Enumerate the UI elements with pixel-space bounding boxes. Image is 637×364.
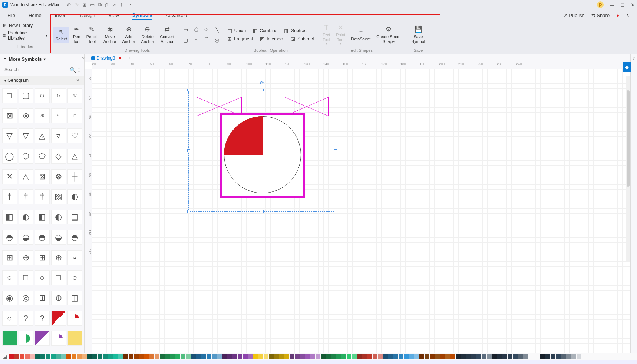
symbol-item[interactable]: ▽ — [2, 128, 17, 143]
color-swatch[interactable] — [336, 354, 341, 359]
color-swatch[interactable] — [77, 354, 82, 359]
symbols-tab[interactable]: Symbols — [132, 11, 152, 20]
color-swatch[interactable] — [9, 354, 14, 359]
symbol-item[interactable] — [2, 331, 17, 346]
resize-handle[interactable] — [334, 89, 337, 91]
color-swatch[interactable] — [20, 354, 24, 359]
symbol-item[interactable]: ♡ — [67, 128, 82, 143]
select-tool[interactable]: ↖Select — [53, 27, 69, 43]
symbol-item[interactable]: ◫ — [67, 291, 82, 305]
symbol-item[interactable]: ⊞ — [35, 250, 50, 265]
color-swatch[interactable] — [155, 354, 159, 359]
color-swatch[interactable] — [347, 354, 351, 359]
symbol-item[interactable]: ◒ — [51, 230, 66, 245]
color-swatch[interactable] — [571, 354, 576, 359]
symbol-item[interactable]: ┼ — [67, 169, 82, 184]
color-swatch[interactable] — [295, 354, 300, 359]
intersect-button[interactable]: ◩Intersect — [260, 36, 284, 42]
color-swatch[interactable] — [284, 354, 289, 359]
color-swatch[interactable] — [238, 354, 242, 359]
symbol-item[interactable]: ▢ — [19, 88, 33, 103]
color-swatch[interactable] — [316, 354, 320, 359]
symbol-item[interactable]: ◐ — [51, 210, 66, 224]
resize-handle[interactable] — [187, 149, 190, 152]
color-swatch[interactable] — [258, 354, 263, 359]
color-swatch[interactable] — [207, 354, 211, 359]
collapse-panel-icon[interactable]: ‹‹ — [82, 56, 85, 61]
maximize-button[interactable]: ☐ — [620, 2, 625, 8]
color-swatch[interactable] — [92, 354, 97, 359]
search-icon[interactable]: 🔍 — [70, 67, 76, 73]
color-swatch[interactable] — [326, 354, 331, 359]
symbol-item[interactable]: ○ — [67, 270, 82, 285]
symbol-item[interactable]: ⊕ — [51, 291, 66, 305]
symbol-item[interactable]: △ — [19, 169, 33, 184]
color-swatch[interactable] — [196, 354, 201, 359]
add-tab-button[interactable]: + — [129, 56, 131, 61]
color-swatch[interactable] — [502, 354, 507, 359]
color-swatch[interactable] — [383, 354, 388, 359]
color-swatch[interactable] — [331, 354, 336, 359]
symbol-item[interactable] — [67, 311, 82, 326]
color-swatch[interactable] — [87, 354, 92, 359]
side-panel-toggle[interactable]: ◆ — [623, 62, 631, 72]
collapse-ribbon-button[interactable]: ∧ — [626, 13, 630, 18]
move-anchor-tool[interactable]: ↹Move Anchor — [101, 24, 119, 46]
symbol-item[interactable]: ▤ — [67, 210, 82, 224]
color-swatch[interactable] — [103, 354, 108, 359]
color-swatch[interactable] — [300, 354, 305, 359]
color-swatch[interactable] — [160, 354, 165, 359]
symbol-item[interactable]: † — [19, 189, 33, 204]
color-swatch[interactable] — [134, 354, 139, 359]
color-swatch[interactable] — [175, 354, 180, 359]
symbol-item[interactable]: 70 — [51, 108, 66, 123]
color-swatch[interactable] — [108, 354, 113, 359]
insert-tab[interactable]: Insert — [55, 11, 67, 20]
symbol-item[interactable]: ▫ — [67, 250, 82, 265]
symbol-item[interactable]: △ — [67, 149, 82, 164]
color-swatch[interactable] — [388, 354, 393, 359]
symbol-item[interactable]: ⊞ — [35, 291, 50, 305]
search-down[interactable]: ▼ — [77, 70, 80, 73]
symbol-item[interactable]: ⊠ — [35, 169, 50, 184]
color-swatch[interactable] — [82, 354, 87, 359]
color-swatch[interactable] — [378, 354, 383, 359]
minimize-button[interactable]: — — [610, 2, 614, 8]
symbol-item[interactable]: ◐ — [19, 210, 33, 224]
share-button[interactable]: ⇆ Share — [591, 13, 610, 18]
color-swatch[interactable] — [471, 354, 476, 359]
symbol-item[interactable]: ◬ — [35, 128, 50, 143]
symbol-item[interactable]: ○ — [2, 270, 17, 285]
color-swatch[interactable] — [149, 354, 154, 359]
symbol-item[interactable]: ○ — [35, 88, 50, 103]
symbol-item[interactable]: ◐ — [67, 189, 82, 204]
symbol-item[interactable]: † — [35, 189, 50, 204]
line-shape[interactable]: ╲ — [213, 26, 221, 34]
add-anchor-tool[interactable]: ⊕Add Anchor — [120, 24, 138, 46]
resize-handle[interactable] — [334, 210, 337, 213]
symbol-item[interactable]: ◧ — [2, 210, 17, 224]
symbol-item[interactable]: ⊗ — [51, 169, 66, 184]
color-swatch[interactable] — [425, 354, 429, 359]
symbol-item[interactable]: ○ — [2, 311, 17, 326]
home-tab[interactable]: Home — [29, 11, 42, 20]
color-swatch[interactable] — [456, 354, 461, 359]
color-swatch[interactable] — [35, 354, 40, 359]
color-swatch[interactable] — [414, 354, 419, 359]
symbol-item[interactable]: ⊡ — [67, 108, 82, 123]
color-swatch[interactable] — [492, 354, 497, 359]
undo-button[interactable]: ↶ — [67, 2, 71, 8]
color-swatch[interactable] — [243, 354, 248, 359]
symbol-item[interactable]: ○ — [35, 270, 50, 285]
canvas[interactable]: ⟳ — [92, 69, 630, 353]
symbol-item[interactable]: ? — [35, 311, 50, 326]
color-swatch[interactable] — [310, 354, 315, 359]
color-swatch[interactable] — [72, 354, 76, 359]
symbol-item[interactable] — [35, 331, 50, 346]
color-swatch[interactable] — [61, 354, 66, 359]
pencil-tool[interactable]: ✎Pencil Tool — [84, 24, 100, 46]
publish-button[interactable]: ↗ Publish — [564, 13, 585, 18]
document-tab[interactable]: Drawing3 — [88, 55, 125, 61]
color-swatch[interactable] — [367, 354, 372, 359]
resize-handle[interactable] — [187, 89, 190, 91]
